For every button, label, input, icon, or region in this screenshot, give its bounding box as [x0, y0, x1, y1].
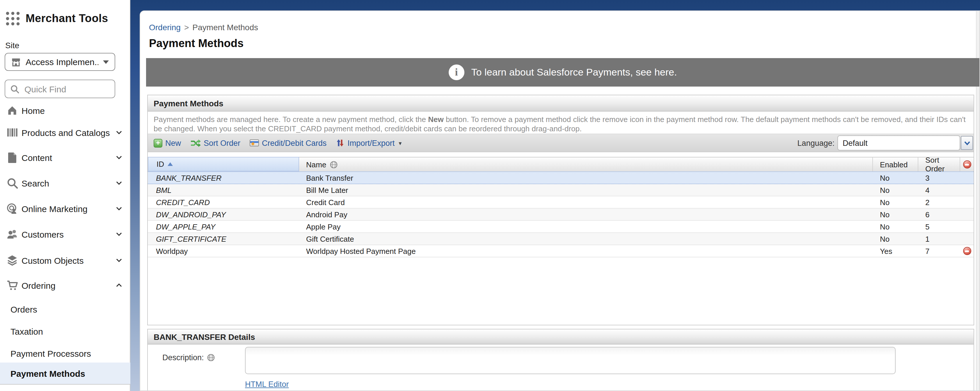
cell-name: Credit Card	[299, 198, 873, 207]
cell-enabled: No	[873, 198, 918, 207]
sidebar-item-content[interactable]: Content	[0, 150, 130, 165]
quick-find	[5, 79, 115, 98]
chevron-down-icon	[115, 129, 123, 136]
description-text: Payment methods are managed here. To cre…	[154, 115, 428, 124]
description-field-label: Description:	[162, 353, 215, 362]
cell-name: Bank Transfer	[299, 173, 873, 182]
sidebar-item-custom-objects[interactable]: Custom Objects	[0, 253, 130, 268]
column-header-enabled: Enabled	[873, 157, 918, 171]
cell-name: Apple Pay	[299, 222, 873, 231]
table-row[interactable]: CREDIT_CARD Credit Card No 2	[148, 196, 974, 209]
description-textarea[interactable]	[245, 347, 896, 374]
sidebar-item-label: Ordering	[22, 280, 56, 290]
bank-transfer-details-panel: BANK_TRANSFER Details Description: HTML …	[147, 329, 974, 391]
details-panel-title: BANK_TRANSFER Details	[148, 329, 974, 345]
new-button[interactable]: + New	[154, 139, 181, 147]
page-title: Payment Methods	[149, 37, 243, 50]
content-card: Ordering>Payment Methods Payment Methods…	[140, 11, 980, 391]
app-title: Merchant Tools	[25, 12, 108, 25]
credit-debit-cards-button[interactable]: Credit/Debit Cards	[250, 139, 326, 147]
table-row[interactable]: DW_ANDROID_PAY Android Pay No 6	[148, 209, 974, 221]
table-header: ID Name	[148, 157, 974, 171]
cell-sort-order: 2	[918, 198, 960, 207]
sidebar-item-label: Home	[22, 106, 45, 116]
cell-sort-order: 1	[918, 234, 960, 243]
sidebar-item-home[interactable]: Home	[0, 103, 130, 118]
table-row[interactable]: DW_APPLE_PAY Apple Pay No 5	[148, 221, 974, 233]
language-dropdown-button[interactable]	[961, 136, 973, 150]
credit-card-icon	[250, 139, 259, 146]
cell-remove	[960, 247, 974, 255]
language-input[interactable]	[837, 135, 960, 150]
remove-column-icon[interactable]	[963, 160, 971, 168]
remove-method-icon[interactable]	[963, 247, 971, 255]
column-header-name[interactable]: Name	[299, 157, 873, 171]
chevron-down-icon	[115, 256, 123, 264]
globe-icon	[330, 161, 337, 168]
html-editor-link[interactable]: HTML Editor	[245, 380, 289, 389]
chevron-down-icon	[115, 154, 123, 161]
site-label: Site	[5, 41, 19, 50]
cell-enabled: No	[873, 234, 918, 243]
sidebar-item-products-and-catalogs[interactable]: Products and Catalogs	[0, 125, 130, 140]
table-row[interactable]: BANK_TRANSFER Bank Transfer No 3	[148, 171, 974, 184]
brand: Merchant Tools	[5, 11, 108, 26]
search-icon	[11, 84, 19, 93]
cell-id: DW_ANDROID_PAY	[148, 210, 299, 219]
main-frame: Ordering>Payment Methods Payment Methods…	[130, 0, 980, 391]
cell-sort-order: 3	[918, 173, 960, 182]
sidebar-item-label: Products and Catalogs	[22, 128, 110, 138]
panel-title: Payment Methods	[148, 95, 974, 112]
new-button-label: New	[165, 139, 181, 147]
credit-debit-cards-button-label: Credit/Debit Cards	[262, 139, 326, 147]
panel-description: Payment methods are managed here. To cre…	[154, 115, 967, 134]
cell-id: GIFT_CERTIFICATE	[148, 234, 299, 243]
sidebar-item-search[interactable]: Search	[0, 176, 130, 191]
home-icon	[6, 104, 19, 116]
info-banner: i To learn about Salesforce Payments, se…	[146, 58, 979, 87]
sidebar-item-label: Customers	[22, 229, 64, 239]
sidebar-item-online-marketing[interactable]: Online Marketing	[0, 201, 130, 216]
sidebar-item-ordering[interactable]: Ordering	[0, 278, 130, 293]
column-header-label: ID	[156, 160, 164, 168]
table-row[interactable]: Worldpay Worldpay Hosted Payment Page Ye…	[148, 245, 974, 257]
cell-id: BML	[148, 186, 299, 194]
app-grid-icon[interactable]	[5, 11, 21, 26]
breadcrumb-current: Payment Methods	[192, 23, 258, 32]
sidebar-item-taxation[interactable]: Taxation	[0, 324, 130, 339]
toolbar: + New Sort Order	[148, 134, 974, 152]
search-icon	[6, 177, 19, 188]
sidebar-item-orders[interactable]: Orders	[0, 302, 130, 317]
table-row[interactable]: GIFT_CERTIFICATE Gift Certificate No 1	[148, 233, 974, 245]
column-header-sort-order: Sort Order	[918, 157, 960, 171]
sidebar-subitem-label: Orders	[11, 304, 37, 314]
sidebar-subitem-label: Payment Processors	[11, 348, 91, 358]
cell-enabled: No	[873, 186, 918, 194]
sort-order-button-label: Sort Order	[204, 139, 240, 147]
sidebar-subitem-label: Payment Methods	[11, 368, 85, 378]
cell-name: Bill Me Later	[299, 186, 873, 194]
sidebar-item-payment-processors[interactable]: Payment Processors	[0, 346, 130, 361]
description-bold-new: New	[428, 115, 444, 124]
sidebar-item-customers[interactable]: Customers	[0, 226, 130, 242]
sort-order-button[interactable]: Sort Order	[190, 139, 240, 147]
breadcrumb-ordering-link[interactable]: Ordering	[149, 23, 181, 32]
site-selector-value: Access Implemen...	[25, 57, 99, 67]
import-export-button[interactable]: Import/Export ▾	[336, 139, 401, 147]
column-header-label: Name	[306, 160, 326, 169]
storefront-icon	[11, 57, 21, 66]
table-row[interactable]: BML Bill Me Later No 4	[148, 184, 974, 196]
column-header-id[interactable]: ID	[148, 157, 299, 171]
quick-find-input[interactable]	[23, 83, 99, 94]
cell-id: Worldpay	[148, 247, 299, 255]
column-header-label: Enabled	[880, 160, 908, 169]
marketing-icon	[6, 203, 19, 214]
cell-id: CREDIT_CARD	[148, 198, 299, 207]
caret-down-icon: ▾	[399, 140, 401, 146]
cell-enabled: No	[873, 222, 918, 231]
document-icon	[6, 152, 19, 163]
site-selector[interactable]: Access Implemen...	[5, 53, 115, 71]
merchant-tools-app: Merchant Tools Site Access Implemen...	[0, 0, 980, 391]
column-header-remove	[960, 157, 974, 171]
sidebar-item-payment-methods[interactable]: Payment Methods	[0, 363, 130, 385]
